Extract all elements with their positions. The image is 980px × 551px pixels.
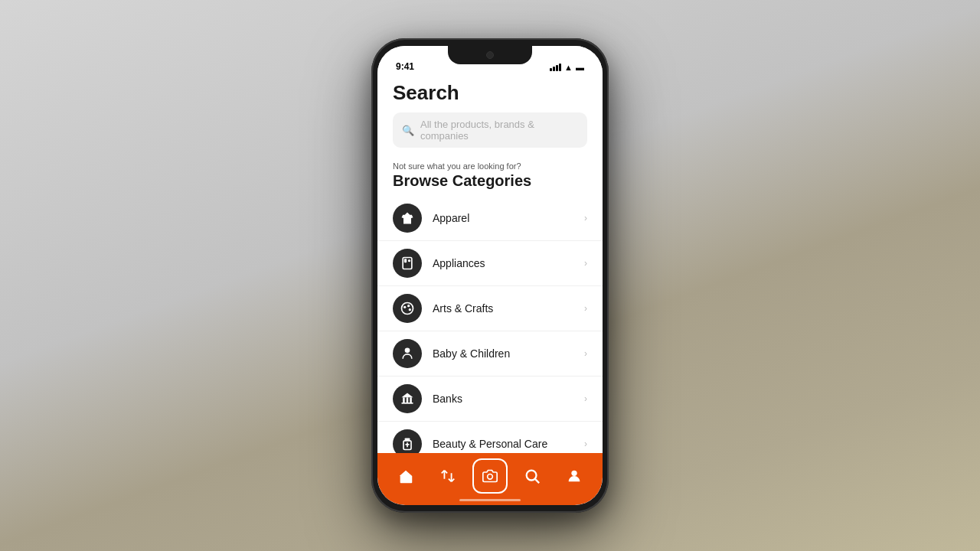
front-camera <box>486 51 494 59</box>
arts-chevron: › <box>584 303 587 314</box>
nav-home[interactable] <box>389 459 423 493</box>
phone-device: 9:41 ▲ ▬ Search 🔍 <box>371 38 609 513</box>
nav-camera[interactable] <box>472 458 508 494</box>
apparel-icon <box>393 204 422 233</box>
search-icon: 🔍 <box>402 125 414 136</box>
search-bar[interactable]: 🔍 All the products, brands & companies <box>393 112 587 148</box>
browse-subtitle: Not sure what you are looking for? <box>393 161 587 171</box>
svg-point-6 <box>409 308 411 311</box>
page-title: Search <box>393 81 587 105</box>
profile-icon <box>566 468 583 484</box>
beauty-icon <box>393 429 422 453</box>
baby-label: Baby & Children <box>433 347 584 360</box>
phone-screen: 9:41 ▲ ▬ Search 🔍 <box>377 46 603 505</box>
svg-point-20 <box>488 474 493 480</box>
banks-icon <box>393 384 422 413</box>
wifi-icon: ▲ <box>564 63 573 72</box>
arts-label: Arts & Crafts <box>433 302 584 315</box>
nav-swap[interactable] <box>431 459 465 493</box>
battery-icon: ▬ <box>576 63 584 72</box>
svg-point-3 <box>402 303 413 315</box>
phone-notch <box>448 46 532 64</box>
category-item-banks[interactable]: Banks › <box>377 377 603 422</box>
svg-rect-9 <box>407 397 409 403</box>
swap-icon <box>439 468 456 484</box>
main-content: Search 🔍 All the products, brands & comp… <box>377 75 603 453</box>
page-header: Search 🔍 All the products, brands & comp… <box>377 75 603 154</box>
nav-profile[interactable] <box>557 459 591 493</box>
scene: 9:41 ▲ ▬ Search 🔍 <box>0 0 980 551</box>
browse-section-header: Not sure what you are looking for? Brows… <box>377 154 603 196</box>
appliances-label: Appliances <box>433 257 584 269</box>
apparel-chevron: › <box>584 213 587 223</box>
appliances-icon <box>393 249 422 278</box>
search-input-placeholder: All the products, brands & companies <box>420 119 578 142</box>
svg-point-5 <box>407 305 410 307</box>
category-item-beauty[interactable]: Beauty & Personal Care › <box>377 422 603 453</box>
svg-point-2 <box>408 259 410 262</box>
beauty-chevron: › <box>584 439 587 449</box>
category-list: Apparel › Appliances › <box>377 196 603 453</box>
svg-rect-1 <box>404 259 407 262</box>
svg-point-7 <box>405 348 410 354</box>
svg-point-23 <box>571 471 577 476</box>
svg-rect-11 <box>402 403 413 404</box>
svg-rect-10 <box>410 397 412 403</box>
status-icons: ▲ ▬ <box>550 63 584 72</box>
home-indicator <box>459 499 521 501</box>
nav-search[interactable] <box>515 459 549 493</box>
baby-icon <box>393 339 422 368</box>
svg-point-21 <box>527 471 537 481</box>
status-time: 9:41 <box>396 61 414 72</box>
baby-chevron: › <box>584 348 587 359</box>
banks-label: Banks <box>433 393 584 405</box>
appliances-chevron: › <box>584 258 587 269</box>
category-item-appliances[interactable]: Appliances › <box>377 241 603 286</box>
beauty-label: Beauty & Personal Care <box>433 438 584 450</box>
category-item-baby[interactable]: Baby & Children › <box>377 331 603 377</box>
category-item-arts[interactable]: Arts & Crafts › <box>377 286 603 331</box>
home-icon <box>397 468 414 484</box>
svg-line-22 <box>535 479 539 483</box>
apparel-label: Apparel <box>433 212 584 224</box>
search-nav-icon <box>524 468 541 484</box>
camera-icon <box>482 468 498 484</box>
svg-point-4 <box>403 306 406 308</box>
bottom-navigation <box>377 453 603 505</box>
category-item-apparel[interactable]: Apparel › <box>377 196 603 241</box>
svg-rect-8 <box>403 397 405 403</box>
banks-chevron: › <box>584 393 587 404</box>
browse-title: Browse Categories <box>393 172 587 190</box>
signal-icon <box>550 64 561 71</box>
arts-icon <box>393 294 422 323</box>
